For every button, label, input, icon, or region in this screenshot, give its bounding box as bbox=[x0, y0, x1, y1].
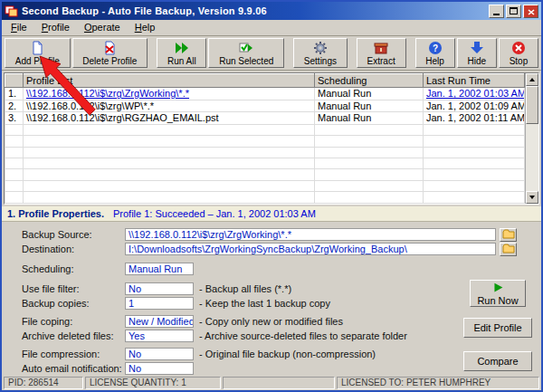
close-icon bbox=[528, 5, 535, 18]
backup-copies-desc: - Keep the last 1 backup copy bbox=[199, 298, 330, 309]
file-compression-value[interactable]: No bbox=[125, 348, 194, 360]
table-scrollbar[interactable] bbox=[525, 73, 538, 204]
destination-label: Destination: bbox=[22, 244, 125, 254]
run-now-icon bbox=[492, 282, 504, 295]
file-coping-desc: - Copy only new or modified files bbox=[199, 316, 343, 327]
scroll-up-icon bbox=[529, 78, 535, 81]
minimize-button[interactable] bbox=[489, 5, 504, 18]
stop-button[interactable]: Stop bbox=[499, 38, 538, 68]
profile-status: Profile 1: Succeeded – Jan. 1, 2002 01:0… bbox=[113, 208, 316, 219]
table-row[interactable]: 2. \\192.168.0.112\i$\zrg\WP\*.* Manual … bbox=[5, 100, 525, 112]
app-icon bbox=[5, 5, 18, 17]
browse-source-button[interactable] bbox=[500, 228, 517, 242]
profile-properties-panel: Backup Source: \\192.168.0.112\i$\zrg\Zr… bbox=[2, 222, 541, 376]
browse-destination-button[interactable] bbox=[500, 243, 517, 256]
delete-profile-button[interactable]: Delete Profile bbox=[72, 38, 148, 68]
window-title: Second Backup - Auto File Backup, Versio… bbox=[22, 5, 487, 16]
scroll-down-button[interactable] bbox=[526, 191, 538, 204]
minimize-icon bbox=[493, 14, 500, 15]
extract-button[interactable]: Extract bbox=[357, 38, 406, 68]
destination-row: Destination: I:\Downloadsofts\ZrgWorking… bbox=[22, 242, 541, 256]
menu-item-operate[interactable]: Operate bbox=[77, 21, 128, 34]
run-now-button[interactable]: Run Now bbox=[470, 280, 526, 307]
table-row-empty bbox=[5, 180, 525, 191]
scroll-track[interactable] bbox=[526, 86, 538, 191]
folder-icon bbox=[502, 243, 515, 256]
app-window: Second Backup - Auto File Backup, Versio… bbox=[0, 0, 543, 392]
menu-item-file[interactable]: File bbox=[4, 21, 34, 34]
file-filter-desc: - Backup all files (*.*) bbox=[199, 283, 291, 294]
archive-deleted-value[interactable]: Yes bbox=[125, 330, 194, 342]
backup-source-row: Backup Source: \\192.168.0.112\i$\zrg\Zr… bbox=[22, 227, 541, 242]
section-title: 1. Profile Properties. bbox=[7, 208, 104, 219]
status-licensed-to: LICENSED TO: PETER HUMPHREY bbox=[337, 377, 539, 389]
run-all-button[interactable]: Run All bbox=[157, 38, 206, 68]
table-row-empty bbox=[5, 169, 525, 180]
header-scheduling[interactable]: Scheduling bbox=[315, 74, 424, 88]
table-row[interactable]: 1. \\192.168.0.112\i$\zrg\ZrgWorking\*.*… bbox=[5, 88, 525, 100]
maximize-button[interactable] bbox=[506, 5, 521, 18]
table-row[interactable]: 3. \\192.168.0.112\i$\zrg\RGZHAO_EMAIL.p… bbox=[5, 112, 525, 125]
run-selected-icon bbox=[239, 41, 253, 55]
file-coping-label: File coping: bbox=[22, 316, 125, 327]
scroll-thumb[interactable] bbox=[526, 86, 538, 124]
run-all-icon bbox=[175, 41, 189, 55]
compare-button[interactable]: Compare bbox=[463, 351, 532, 371]
extract-icon bbox=[374, 41, 388, 55]
folder-icon bbox=[502, 228, 515, 242]
header-row-number bbox=[5, 74, 24, 88]
profile-properties-header: 1. Profile Properties. Profile 1: Succee… bbox=[2, 206, 541, 222]
file-compression-label: File compression: bbox=[22, 349, 125, 359]
add-profile-button[interactable]: Add Profile bbox=[5, 38, 71, 68]
scroll-up-button[interactable] bbox=[526, 73, 538, 86]
status-bar: PID: 286514 LICENSE QUANTITY: 1 LICENSED… bbox=[2, 376, 541, 390]
file-filter-label: Use file filter: bbox=[22, 283, 125, 294]
help-icon: ? bbox=[428, 41, 443, 55]
help-button[interactable]: ? Help bbox=[415, 38, 455, 68]
svg-text:?: ? bbox=[433, 43, 438, 53]
header-last-run-time[interactable]: Last Run Time bbox=[424, 74, 525, 88]
archive-deleted-label: Archive deleted files: bbox=[22, 330, 125, 341]
file-filter-value[interactable]: No bbox=[125, 282, 194, 295]
menu-item-profile[interactable]: Profile bbox=[34, 21, 77, 34]
title-bar: Second Backup - Auto File Backup, Versio… bbox=[2, 2, 541, 20]
backup-source-value[interactable]: \\192.168.0.112\i$\zrg\ZrgWorking\*.* bbox=[125, 228, 496, 241]
email-notification-value[interactable]: No bbox=[125, 362, 194, 375]
profile-table: Profile List Scheduling Last Run Time 1.… bbox=[4, 72, 539, 205]
settings-button[interactable]: Settings bbox=[293, 38, 348, 68]
scheduling-row: Scheduling: Manual Run bbox=[22, 262, 541, 276]
table-row-empty bbox=[5, 158, 525, 169]
table-row-empty bbox=[5, 124, 525, 135]
run-selected-button[interactable]: Run Selected bbox=[208, 38, 284, 68]
delete-profile-icon bbox=[102, 41, 117, 55]
table-row-empty bbox=[5, 147, 525, 158]
status-license-quantity: LICENSE QUANTITY: 1 bbox=[85, 377, 221, 389]
file-compression-desc: - Original file backup (non-compression) bbox=[199, 349, 376, 359]
close-button[interactable] bbox=[523, 5, 538, 18]
hide-icon bbox=[470, 41, 484, 55]
scheduling-value[interactable]: Manual Run bbox=[125, 263, 194, 275]
status-spacer bbox=[223, 377, 335, 389]
side-buttons: Run Now Edit Profile Compare bbox=[462, 280, 534, 371]
status-pid: PID: 286514 bbox=[4, 377, 83, 389]
email-notification-label: Auto email notification: bbox=[22, 363, 125, 374]
table-row-empty bbox=[5, 136, 525, 147]
scheduling-label: Scheduling: bbox=[22, 263, 125, 274]
maximize-icon bbox=[510, 7, 518, 14]
menu-bar: File Profile Operate Help bbox=[2, 20, 541, 36]
toolbar: Add Profile Delete Profile Run All Run S… bbox=[2, 36, 541, 71]
settings-icon bbox=[313, 41, 328, 55]
header-profile-list[interactable]: Profile List bbox=[24, 74, 315, 88]
hide-button[interactable]: Hide bbox=[457, 38, 497, 68]
menu-item-help[interactable]: Help bbox=[128, 21, 163, 34]
scroll-down-icon bbox=[529, 196, 535, 199]
edit-profile-button[interactable]: Edit Profile bbox=[463, 318, 532, 338]
last-run-link[interactable]: Jan. 1, 2002 01:03 AM bbox=[424, 88, 525, 100]
backup-source-label: Backup Source: bbox=[22, 229, 125, 240]
stop-icon bbox=[511, 41, 526, 55]
table-row-empty bbox=[5, 192, 525, 204]
backup-copies-value[interactable]: 1 bbox=[125, 297, 194, 310]
destination-value[interactable]: I:\Downloadsofts\ZrgWorkingSyncBackup\Zr… bbox=[125, 243, 496, 255]
profile-link[interactable]: \\192.168.0.112\i$\zrg\ZrgWorking\*.* bbox=[24, 88, 315, 100]
file-coping-value[interactable]: New / Modified bbox=[125, 315, 194, 328]
